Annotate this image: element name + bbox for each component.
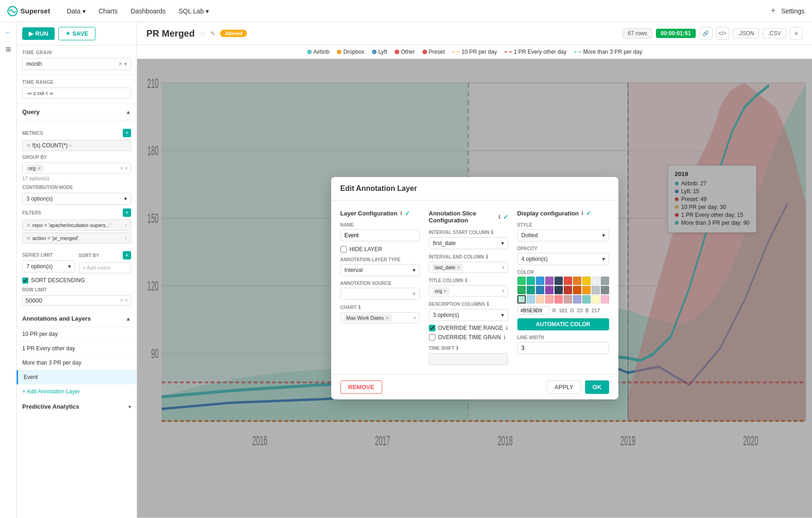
- description-cols-select[interactable]: 3 option(s) ▾: [429, 309, 508, 321]
- save-button[interactable]: ✦ SAVE: [58, 27, 95, 40]
- filter-item-2[interactable]: ✕ action = 'pr_merged' ›: [22, 233, 131, 244]
- color-swatch[interactable]: [517, 277, 526, 285]
- legend-10pr[interactable]: 10 PR per day: [452, 49, 497, 55]
- csv-button[interactable]: .CSV: [763, 28, 786, 38]
- sidebar-icon-arrow[interactable]: ←: [2, 26, 15, 39]
- nav-charts[interactable]: Charts: [93, 5, 123, 18]
- nav-dashboards[interactable]: Dashboards: [125, 5, 171, 18]
- chart-chip-remove[interactable]: ✕: [385, 316, 389, 321]
- color-swatch[interactable]: [601, 277, 609, 285]
- color-swatch[interactable]: [592, 277, 600, 285]
- color-swatch[interactable]: [564, 295, 572, 303]
- chart-select[interactable]: Max Work Dates ✕ ▾: [340, 312, 420, 323]
- group-by-select[interactable]: org ✕ ✕ ▾: [22, 163, 131, 174]
- color-swatch[interactable]: [517, 295, 526, 303]
- query-section-header[interactable]: Query ▲: [17, 104, 137, 120]
- filter2-arrow[interactable]: ›: [125, 235, 127, 241]
- color-swatch[interactable]: [573, 286, 581, 294]
- title-column-select[interactable]: org ✕ ▾: [429, 285, 508, 297]
- color-swatch[interactable]: [564, 286, 572, 294]
- json-button[interactable]: .JSON: [733, 28, 759, 38]
- annotation-item-3[interactable]: Event: [17, 370, 137, 385]
- color-swatch[interactable]: [573, 295, 581, 303]
- metric-remove-icon[interactable]: ✕: [26, 143, 31, 149]
- run-button[interactable]: ▶ RUN: [22, 27, 55, 40]
- code-icon-button[interactable]: </>: [716, 27, 729, 40]
- filter-item-1[interactable]: ✕ repo = 'apache/incubator-supers...' ›: [22, 220, 131, 231]
- color-swatch[interactable]: [601, 295, 609, 303]
- legend-3pr[interactable]: More than 3 PR per day: [574, 49, 642, 55]
- legend-dropbox[interactable]: Dropbox: [337, 49, 364, 55]
- filter2-remove-icon[interactable]: ✕: [26, 235, 31, 241]
- color-swatch[interactable]: [536, 286, 544, 294]
- sort-by-metric[interactable]: + Add metric: [79, 262, 132, 273]
- annotation-item-1[interactable]: 1 PR Every other day: [17, 341, 137, 356]
- apply-button[interactable]: APPLY: [547, 380, 581, 394]
- color-swatch[interactable]: [517, 286, 526, 294]
- nav-sqllab[interactable]: SQL Lab ▾: [173, 5, 214, 18]
- interval-end-select[interactable]: last_date ✕ ▾: [429, 262, 508, 273]
- remove-button[interactable]: REMOVE: [340, 380, 382, 394]
- color-swatch[interactable]: [527, 286, 535, 294]
- metric-arrow-icon[interactable]: ›: [69, 142, 71, 149]
- legend-1pr[interactable]: 1 PR Every other day: [504, 49, 567, 55]
- color-swatch[interactable]: [554, 277, 563, 285]
- annotation-item-2[interactable]: More than 3 PR per day: [17, 356, 137, 370]
- name-input[interactable]: [340, 229, 420, 241]
- edit-icon[interactable]: ✎: [210, 30, 215, 37]
- more-button[interactable]: ≡: [790, 27, 803, 40]
- color-swatch[interactable]: [545, 286, 554, 294]
- color-swatch[interactable]: [592, 295, 600, 303]
- color-swatch[interactable]: [592, 286, 600, 294]
- filter1-remove-icon[interactable]: ✕: [26, 222, 31, 228]
- color-swatch[interactable]: [554, 286, 563, 294]
- predictive-section-header[interactable]: Predictive Analytics ▾: [17, 398, 137, 415]
- color-swatch[interactable]: [573, 277, 581, 285]
- add-metric-button[interactable]: +: [123, 129, 131, 137]
- line-width-input[interactable]: [517, 342, 609, 354]
- title-col-chip-remove[interactable]: ✕: [443, 289, 447, 294]
- color-swatch[interactable]: [545, 295, 554, 303]
- nav-data[interactable]: Data ▾: [61, 5, 91, 18]
- color-swatch[interactable]: [582, 277, 591, 285]
- color-swatch[interactable]: [582, 286, 591, 294]
- legend-lyft[interactable]: Lyft: [372, 49, 387, 55]
- filter1-arrow[interactable]: ›: [125, 222, 127, 228]
- time-range-select[interactable]: -∞ ≤ col < ∞: [22, 88, 131, 99]
- annotations-section-header[interactable]: Annotations and Layers ▲: [17, 310, 137, 327]
- add-filter-button[interactable]: +: [123, 208, 131, 217]
- override-time-grain-checkbox[interactable]: [429, 334, 435, 341]
- add-annotation-button[interactable]: + Add Annotation Layer: [17, 385, 137, 398]
- time-grain-select[interactable]: month ✕ ▾: [22, 58, 131, 70]
- group-by-chip-remove[interactable]: ✕: [37, 166, 41, 171]
- layer-type-select[interactable]: Interval ▾: [340, 264, 420, 276]
- color-swatch[interactable]: [527, 277, 535, 285]
- hide-layer-checkbox[interactable]: [340, 246, 347, 253]
- auto-color-button[interactable]: AUTOMATIC COLOR: [517, 318, 609, 330]
- add-sort-metric-button[interactable]: +: [123, 251, 131, 259]
- time-grain-clear-icon[interactable]: ✕ ▾: [118, 61, 127, 67]
- row-limit-select[interactable]: 50000 ✕ ▾: [22, 295, 131, 306]
- interval-end-chip-remove[interactable]: ✕: [457, 265, 460, 270]
- series-limit-select[interactable]: 7 option(s) ▾: [22, 260, 75, 272]
- ok-button[interactable]: OK: [585, 380, 609, 394]
- override-time-range-checkbox[interactable]: [429, 325, 435, 331]
- time-shift-input[interactable]: [429, 353, 508, 365]
- annotation-source-select[interactable]: ▾: [340, 288, 420, 300]
- plus-button[interactable]: +: [771, 6, 776, 16]
- color-swatch[interactable]: [545, 277, 554, 285]
- color-swatch[interactable]: [564, 277, 572, 285]
- star-icon[interactable]: ☆: [199, 29, 206, 38]
- metric-item[interactable]: ✕ f(x) COUNT(*) ›: [22, 140, 131, 151]
- color-hex-input[interactable]: [517, 306, 550, 315]
- contribution-mode-select[interactable]: 3 option(s) ▾: [22, 193, 131, 205]
- interval-start-select[interactable]: first_date ▾: [429, 237, 508, 249]
- settings-button[interactable]: Settings: [781, 7, 805, 15]
- style-select[interactable]: Dotted ▾: [517, 229, 609, 241]
- sort-descending-checkbox[interactable]: [22, 278, 28, 284]
- legend-other[interactable]: Other: [395, 49, 415, 55]
- color-swatch[interactable]: [527, 295, 535, 303]
- link-icon-button[interactable]: 🔗: [699, 27, 712, 40]
- color-swatch[interactable]: [554, 295, 563, 303]
- color-swatch[interactable]: [582, 295, 591, 303]
